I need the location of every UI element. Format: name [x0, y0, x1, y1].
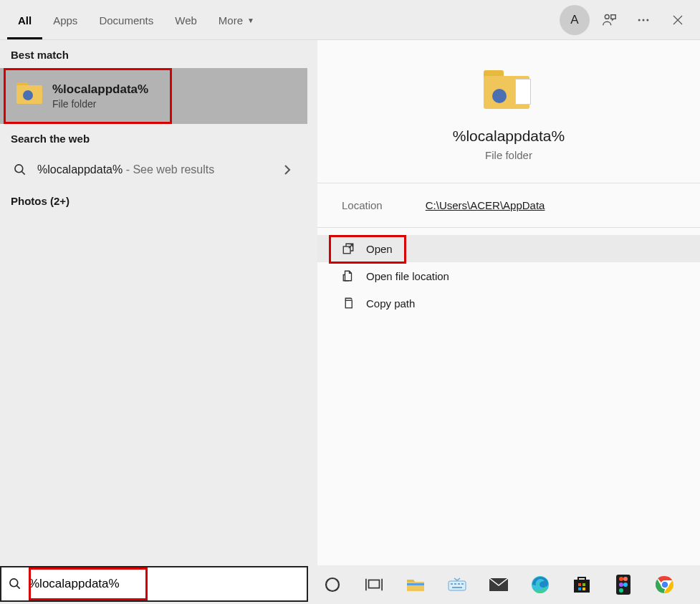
- action-copy-path[interactable]: Copy path: [317, 289, 700, 317]
- web-result-hint: - See web results: [123, 163, 214, 176]
- task-view-icon[interactable]: [363, 573, 385, 596]
- keyboard-icon[interactable]: [446, 573, 469, 596]
- svg-rect-21: [582, 583, 585, 586]
- best-match-subtitle: File folder: [52, 98, 148, 110]
- search-tabbar: All Apps Documents Web More ▼ A: [0, 0, 700, 40]
- details-pane: %localappdata% File folder Location C:\U…: [317, 40, 700, 565]
- web-result-term: %localappdata%: [37, 163, 123, 176]
- svg-point-8: [326, 578, 339, 591]
- svg-point-3: [646, 19, 648, 21]
- svg-point-2: [643, 19, 645, 21]
- svg-rect-22: [578, 588, 581, 590]
- tab-web[interactable]: Web: [164, 0, 208, 39]
- best-match-title: %localappdata%: [52, 82, 148, 97]
- svg-point-1: [638, 19, 641, 21]
- main: Best match %localappdata% File folder Se…: [0, 40, 700, 565]
- detail-subtitle: File folder: [317, 149, 700, 183]
- svg-rect-20: [578, 583, 581, 586]
- microsoft-store-icon[interactable]: [570, 573, 593, 596]
- file-explorer-icon[interactable]: [404, 573, 427, 596]
- tab-apps[interactable]: Apps: [42, 0, 88, 39]
- svg-point-27: [619, 583, 623, 587]
- figma-icon[interactable]: [612, 573, 635, 596]
- chevron-down-icon: ▼: [247, 16, 254, 24]
- svg-point-25: [619, 577, 623, 581]
- svg-point-7: [10, 579, 18, 587]
- action-open-location[interactable]: Open file location: [317, 262, 700, 289]
- feedback-icon[interactable]: [594, 5, 624, 35]
- photos-header[interactable]: Photos (2+): [0, 188, 307, 214]
- svg-point-4: [15, 165, 23, 173]
- taskbar-icons: [308, 573, 700, 596]
- cortana-icon[interactable]: [321, 573, 344, 596]
- tabs: All Apps Documents Web More ▼: [7, 0, 265, 39]
- svg-rect-19: [574, 580, 590, 593]
- svg-point-0: [605, 14, 609, 19]
- folder-open-icon: [342, 269, 355, 282]
- search-web-header: Search the web: [0, 124, 307, 152]
- svg-rect-23: [582, 588, 585, 590]
- mail-icon[interactable]: [487, 573, 510, 596]
- search-box[interactable]: [0, 566, 308, 602]
- actions-list: Open Open file location Copy path: [317, 228, 700, 317]
- edge-icon[interactable]: [529, 573, 552, 596]
- tabbar-right: A: [560, 0, 693, 40]
- svg-point-28: [623, 583, 628, 587]
- action-open-location-label: Open file location: [366, 270, 449, 282]
- user-avatar[interactable]: A: [560, 5, 590, 35]
- svg-rect-9: [369, 580, 380, 588]
- svg-rect-10: [407, 583, 424, 585]
- svg-point-29: [619, 588, 623, 593]
- detail-title: %localappdata%: [317, 128, 700, 145]
- web-result-item[interactable]: %localappdata% - See web results: [0, 152, 307, 188]
- action-open-label: Open: [366, 243, 393, 255]
- svg-rect-16: [452, 587, 462, 588]
- taskbar: [0, 565, 700, 604]
- copy-icon: [342, 297, 355, 310]
- search-input[interactable]: [29, 577, 307, 591]
- folder-icon: [16, 82, 44, 110]
- results-pane: Best match %localappdata% File folder Se…: [0, 40, 307, 565]
- svg-rect-15: [461, 583, 464, 585]
- tab-more[interactable]: More ▼: [208, 0, 265, 39]
- web-result-text: %localappdata% - See web results: [37, 163, 214, 176]
- tab-documents[interactable]: Documents: [88, 0, 164, 39]
- location-row: Location C:\Users\ACER\AppData: [317, 183, 700, 228]
- svg-point-26: [623, 577, 628, 581]
- chrome-icon[interactable]: [653, 573, 676, 596]
- svg-rect-6: [345, 300, 352, 308]
- action-open[interactable]: Open: [317, 235, 700, 262]
- best-match-header: Best match: [0, 40, 307, 68]
- action-copy-path-label: Copy path: [366, 297, 415, 310]
- svg-rect-14: [458, 583, 460, 585]
- tab-more-label: More: [219, 14, 243, 27]
- search-icon: [1, 577, 29, 591]
- best-match-text: %localappdata% File folder: [52, 82, 148, 110]
- svg-rect-11: [449, 581, 466, 590]
- svg-rect-12: [451, 583, 453, 585]
- open-icon: [342, 242, 355, 255]
- more-options-icon[interactable]: [628, 5, 658, 35]
- svg-rect-13: [454, 583, 456, 585]
- location-value[interactable]: C:\Users\ACER\AppData: [426, 199, 545, 211]
- folder-large-icon: [484, 69, 534, 112]
- best-match-item[interactable]: %localappdata% File folder: [4, 68, 172, 124]
- close-icon[interactable]: [663, 5, 693, 35]
- location-label: Location: [342, 199, 383, 211]
- tab-all[interactable]: All: [7, 0, 42, 39]
- search-icon: [13, 163, 27, 177]
- chevron-right-icon: [283, 164, 292, 176]
